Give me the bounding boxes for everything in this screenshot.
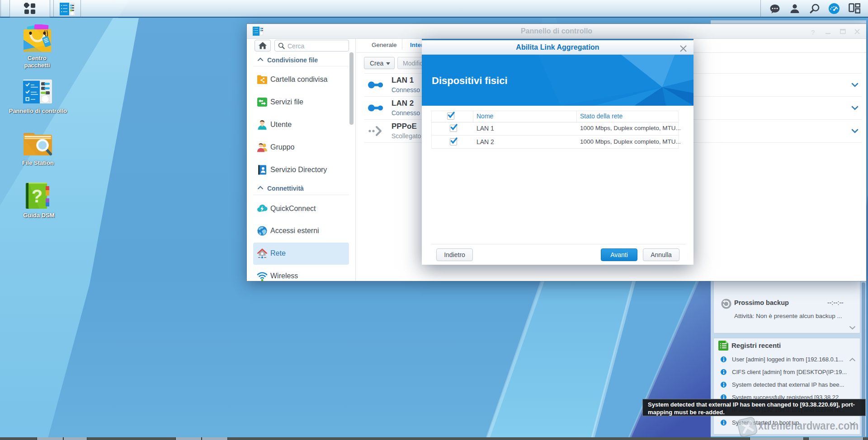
svg-text:?: ? [32, 186, 42, 206]
svg-text:xtremehardware.com: xtremehardware.com [758, 419, 859, 432]
